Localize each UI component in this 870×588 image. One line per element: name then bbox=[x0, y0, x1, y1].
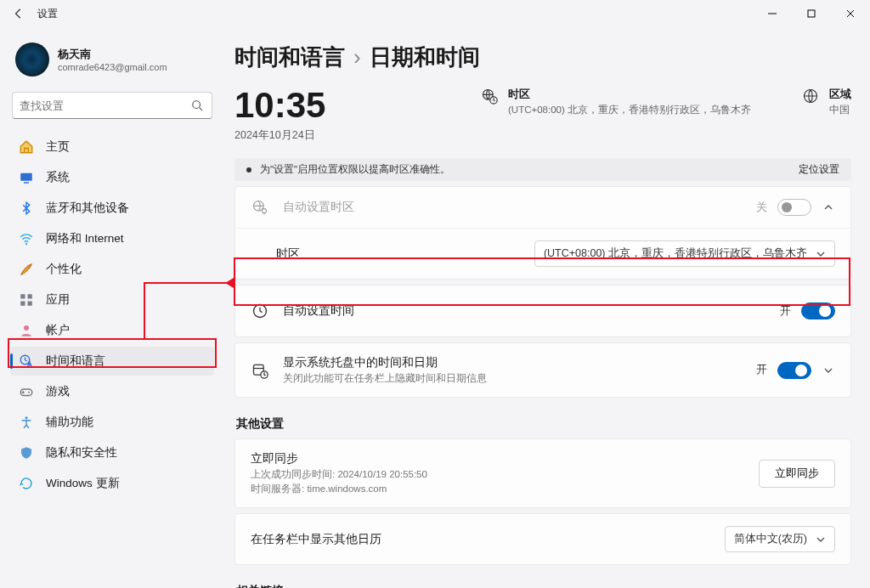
sidebar-item-bluetooth[interactable]: 蓝牙和其他设备 bbox=[10, 194, 214, 223]
sidebar-item-accounts[interactable]: 帐户 bbox=[10, 316, 214, 345]
svg-rect-8 bbox=[28, 302, 32, 306]
timezone-info: 时区 (UTC+08:00) 北京，重庆，香港特别行政区，乌鲁木齐 bbox=[481, 88, 751, 116]
alt-calendar-card: 在任务栏中显示其他日历 简体中文(农历) bbox=[234, 513, 851, 565]
profile-email: comrade6423@gmail.com bbox=[58, 62, 167, 72]
sidebar-item-time[interactable]: 时间和语言 bbox=[10, 347, 214, 376]
chevron-up-icon bbox=[823, 202, 833, 212]
sync-now-button[interactable]: 立即同步 bbox=[759, 460, 835, 488]
maximize-icon bbox=[807, 9, 816, 18]
clock-date: 2024年10月24日 bbox=[234, 128, 325, 143]
svg-rect-3 bbox=[24, 182, 29, 184]
globe-icon bbox=[802, 88, 819, 105]
sidebar-item-accessibility[interactable]: 辅助功能 bbox=[10, 408, 214, 437]
alt-calendar-dropdown[interactable]: 简体中文(农历) bbox=[725, 526, 835, 552]
tz-value: (UTC+08:00) 北京，重庆，香港特别行政区，乌鲁木齐 bbox=[508, 104, 751, 116]
timezone-select-row: 时区 (UTC+08:00) 北京，重庆，香港特别行政区，乌鲁木齐 bbox=[235, 229, 850, 279]
tz-select-title: 时区 bbox=[276, 246, 521, 262]
chevron-down-icon bbox=[816, 534, 826, 545]
sidebar-item-label: 应用 bbox=[46, 292, 70, 308]
globe-location-icon bbox=[251, 199, 269, 216]
avatar bbox=[15, 42, 49, 76]
bluetooth-icon bbox=[19, 201, 34, 216]
system-icon bbox=[19, 170, 34, 185]
clock-time: 10:35 bbox=[234, 88, 325, 123]
wifi-icon bbox=[19, 231, 34, 246]
search-box[interactable] bbox=[12, 92, 212, 119]
svg-rect-0 bbox=[808, 10, 815, 17]
sidebar-item-label: 游戏 bbox=[46, 384, 70, 399]
close-button[interactable] bbox=[831, 0, 870, 27]
tray-clock-toggle[interactable] bbox=[777, 362, 811, 379]
auto-time-toggle[interactable] bbox=[801, 302, 835, 319]
sidebar-item-home[interactable]: 主页 bbox=[10, 133, 214, 161]
auto-time-state: 开 bbox=[780, 304, 791, 319]
sidebar-item-label: Windows 更新 bbox=[46, 476, 120, 491]
auto-time-row: 自动设置时间 开 bbox=[235, 286, 850, 336]
sidebar-item-label: 个性化 bbox=[46, 262, 82, 277]
breadcrumb-separator: › bbox=[353, 44, 361, 71]
window-controls bbox=[753, 0, 870, 27]
window-title: 设置 bbox=[37, 7, 58, 21]
sidebar-item-label: 蓝牙和其他设备 bbox=[46, 201, 129, 216]
svg-rect-6 bbox=[28, 294, 32, 298]
banner-link[interactable]: 定位设置 bbox=[799, 163, 839, 176]
tray-clock-card: 显示系统托盘中的时间和日期 关闭此功能可在任务栏上隐藏时间和日期信息 开 bbox=[234, 342, 851, 398]
person-icon bbox=[19, 323, 34, 338]
accessibility-icon bbox=[19, 415, 34, 430]
calendar-clock-icon bbox=[251, 362, 269, 379]
maximize-button[interactable] bbox=[792, 0, 831, 27]
sidebar-item-system[interactable]: 系统 bbox=[10, 163, 214, 192]
svg-point-18 bbox=[263, 209, 267, 213]
tray-clock-row: 显示系统托盘中的时间和日期 关闭此功能可在任务栏上隐藏时间和日期信息 开 bbox=[235, 343, 850, 397]
sidebar: 杨天南 comrade6423@gmail.com 主页系统蓝牙和其他设备网络和… bbox=[0, 27, 223, 588]
other-settings-heading: 其他设置 bbox=[236, 416, 851, 432]
sidebar-item-personalize[interactable]: 个性化 bbox=[10, 255, 214, 284]
shield-icon bbox=[19, 445, 34, 461]
tz-label: 时区 bbox=[508, 88, 751, 102]
auto-tz-state: 关 bbox=[756, 201, 767, 215]
related-heading: 相关链接 bbox=[236, 584, 851, 588]
chevron-down-icon bbox=[816, 249, 826, 259]
home-icon bbox=[19, 139, 34, 155]
breadcrumb: 时间和语言 › 日期和时间 bbox=[234, 42, 851, 72]
svg-rect-7 bbox=[20, 302, 25, 306]
sidebar-item-label: 帐户 bbox=[46, 323, 70, 338]
sidebar-item-label: 时间和语言 bbox=[46, 353, 105, 369]
svg-rect-2 bbox=[20, 173, 32, 181]
search-icon bbox=[189, 99, 205, 111]
location-banner: 为"设置"启用位置权限以提高时区准确性。 定位设置 bbox=[234, 158, 851, 181]
timezone-dropdown[interactable]: (UTC+08:00) 北京，重庆，香港特别行政区，乌鲁木齐 bbox=[534, 240, 835, 267]
sidebar-item-label: 网络和 Internet bbox=[46, 231, 124, 246]
breadcrumb-current: 日期和时间 bbox=[370, 42, 480, 72]
arrow-left-icon bbox=[13, 8, 25, 20]
update-icon bbox=[19, 476, 34, 491]
alt-calendar-row: 在任务栏中显示其他日历 简体中文(农历) bbox=[235, 514, 850, 564]
timezone-dropdown-value: (UTC+08:00) 北京，重庆，香港特别行政区，乌鲁木齐 bbox=[544, 246, 807, 261]
nav: 主页系统蓝牙和其他设备网络和 Internet个性化应用帐户时间和语言游戏辅助功… bbox=[10, 133, 214, 498]
back-button[interactable] bbox=[5, 0, 32, 27]
content: 时间和语言 › 日期和时间 10:35 2024年10月24日 时区 (UTC+… bbox=[223, 27, 870, 588]
auto-timezone-card: 自动设置时区 关 时区 (UTC+08:00) 北京，重庆，香港特别行政区，乌鲁… bbox=[234, 186, 851, 280]
sidebar-item-network[interactable]: 网络和 Internet bbox=[10, 224, 214, 253]
sidebar-item-apps[interactable]: 应用 bbox=[10, 286, 214, 314]
search-input[interactable] bbox=[20, 99, 189, 112]
sidebar-item-update[interactable]: Windows 更新 bbox=[10, 469, 214, 498]
auto-tz-toggle bbox=[777, 199, 811, 216]
game-icon bbox=[19, 384, 34, 399]
clock-block: 10:35 2024年10月24日 bbox=[234, 88, 325, 143]
chevron-down-icon bbox=[823, 365, 833, 376]
collapse-button[interactable] bbox=[822, 201, 835, 214]
auto-tz-title: 自动设置时区 bbox=[283, 200, 743, 215]
minimize-button[interactable] bbox=[753, 0, 792, 27]
sidebar-item-gaming[interactable]: 游戏 bbox=[10, 377, 214, 406]
sync-title: 立即同步 bbox=[251, 451, 745, 466]
breadcrumb-parent[interactable]: 时间和语言 bbox=[234, 42, 345, 72]
expand-button[interactable] bbox=[822, 364, 835, 377]
profile-block[interactable]: 杨天南 comrade6423@gmail.com bbox=[10, 37, 214, 88]
auto-time-title: 自动设置时间 bbox=[283, 303, 766, 319]
sidebar-item-privacy[interactable]: 隐私和安全性 bbox=[10, 438, 214, 467]
svg-point-13 bbox=[25, 416, 28, 419]
svg-rect-5 bbox=[20, 294, 25, 298]
svg-point-9 bbox=[24, 325, 29, 331]
close-icon bbox=[846, 9, 855, 18]
